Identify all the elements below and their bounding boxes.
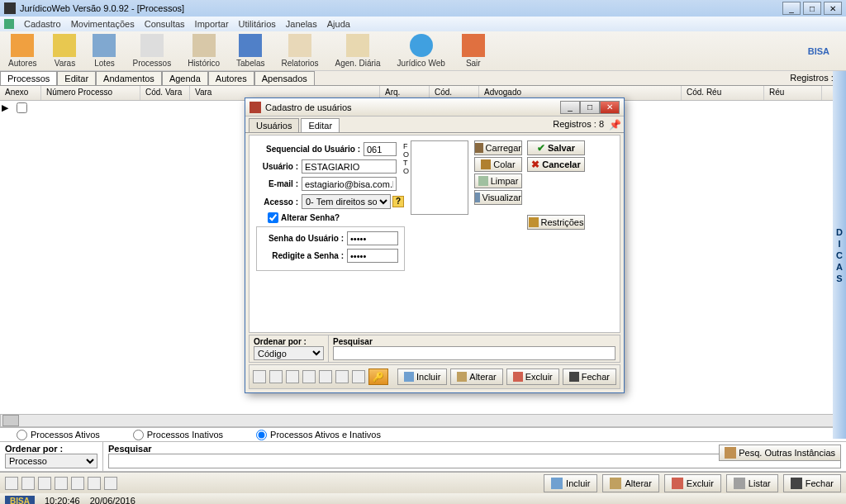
toolbar-varas[interactable]: Varas: [53, 34, 76, 68]
menubar-app-icon: [4, 19, 14, 29]
filter-ambos[interactable]: Processos Ativos e Inativos: [256, 430, 381, 440]
help-icon[interactable]: ?: [392, 196, 404, 207]
menu-cadastro[interactable]: Cadastro: [24, 19, 61, 29]
toolbar-sair[interactable]: Sair: [462, 34, 485, 68]
menu-importar[interactable]: Importar: [195, 19, 229, 29]
filter-ativos[interactable]: Processos Ativos: [17, 430, 100, 440]
cancelar-button[interactable]: ✖Cancelar: [527, 157, 585, 172]
dialog-nav-prev[interactable]: [269, 370, 283, 383]
dialog-ordenar-select[interactable]: Código: [254, 346, 324, 360]
dialog-nav-down[interactable]: [335, 370, 349, 383]
menu-ajuda[interactable]: Ajuda: [327, 19, 350, 29]
dialog-titlebar[interactable]: Cadastro de usuários _ □ ✕: [245, 98, 624, 116]
visualizar-button[interactable]: Visualizar: [474, 190, 522, 205]
col-reu[interactable]: Réu: [764, 86, 822, 100]
window-minimize-button[interactable]: _: [782, 2, 801, 15]
dialog-pin-icon[interactable]: 📌: [609, 119, 620, 131]
nav-next-button[interactable]: [38, 477, 51, 490]
nav-down-button[interactable]: [88, 477, 101, 490]
colar-button[interactable]: Colar: [474, 157, 522, 172]
window-maximize-button[interactable]: □: [803, 2, 821, 15]
dialog-minimize-button[interactable]: _: [560, 101, 580, 114]
seq-usuario-input[interactable]: [364, 142, 397, 156]
nav-up-button[interactable]: [71, 477, 84, 490]
dicas-sidebar[interactable]: DICAS: [833, 71, 846, 439]
toolbar-relatorios[interactable]: Relatorios: [282, 34, 319, 68]
dialog-fechar-button[interactable]: Fechar: [563, 368, 616, 385]
redigite-input[interactable]: [347, 249, 398, 263]
acesso-select[interactable]: 0- Tem direitos sobre c: [302, 194, 391, 209]
incluir-button[interactable]: Incluir: [544, 474, 597, 492]
toolbar-autores[interactable]: Autores: [8, 34, 36, 68]
nav-prev-button[interactable]: [21, 477, 35, 490]
row-checkbox[interactable]: [17, 102, 27, 113]
menu-consultas[interactable]: Consultas: [145, 19, 185, 29]
tab-apensados[interactable]: Apensados: [254, 71, 315, 85]
email-input[interactable]: [302, 177, 397, 191]
seq-usuario-label: Sequencial do Usuário :: [256, 145, 364, 154]
alterar-senha-checkbox[interactable]: [268, 212, 278, 223]
menu-janelas[interactable]: Janelas: [286, 19, 317, 29]
col-anexo[interactable]: Anexo: [0, 86, 41, 100]
dialog-nav-up[interactable]: [319, 370, 332, 383]
ordenar-select[interactable]: Processo: [5, 454, 97, 468]
col-numero-processo[interactable]: Número Processo: [41, 86, 140, 100]
pesq-outras-button[interactable]: Pesq. Outras Instâncias: [719, 445, 841, 461]
nav-refresh-button[interactable]: [104, 477, 117, 490]
fechar-icon: [791, 478, 802, 489]
tab-editar[interactable]: Editar: [57, 71, 96, 85]
salvar-button[interactable]: ✔Salvar: [527, 140, 585, 155]
dialog-alterar-button[interactable]: Alterar: [450, 368, 502, 385]
nav-last-button[interactable]: [55, 477, 68, 490]
limpar-button[interactable]: Limpar: [474, 174, 522, 188]
row-indicator-icon: ▶: [0, 102, 10, 113]
menu-movimentacoes[interactable]: Movimentações: [71, 19, 135, 29]
dialog-tab-usuarios[interactable]: Usuários: [249, 118, 299, 132]
nav-first-button[interactable]: [5, 477, 18, 490]
toolbar-processos[interactable]: Processos: [132, 34, 171, 68]
dialog-nav-refresh[interactable]: [352, 370, 365, 383]
dialog-key-button[interactable]: 🔑: [368, 368, 388, 385]
dialog-nav-first[interactable]: [253, 370, 266, 383]
excluir-button[interactable]: Excluir: [664, 474, 721, 492]
toolbar-lotes[interactable]: Lotes: [93, 34, 116, 68]
dialog-body: Sequencial do Usuário : Usuário : E-mail…: [249, 135, 620, 333]
dialog-excluir-button[interactable]: Excluir: [506, 368, 559, 385]
dialog-pesquisar-input[interactable]: [333, 346, 615, 360]
dialog-close-button[interactable]: ✕: [600, 101, 620, 114]
dialog-action-bar: 🔑 Incluir Alterar Excluir Fechar: [249, 364, 620, 389]
tab-andamentos[interactable]: Andamentos: [96, 71, 162, 85]
menu-utilitarios[interactable]: Utilitários: [239, 19, 276, 29]
restricoes-button[interactable]: Restrições: [527, 215, 585, 230]
filter-inativos[interactable]: Processos Inativos: [133, 430, 223, 440]
dialog-incluir-button[interactable]: Incluir: [397, 368, 447, 385]
dialog-search-panel: Ordenar por : Código Pesquisar: [249, 335, 620, 363]
usuario-input[interactable]: [302, 159, 397, 174]
tab-processos[interactable]: Processos: [0, 71, 57, 85]
tab-agenda[interactable]: Agenda: [162, 71, 208, 85]
window-titlebar: JurídicoWeb Versão 9.0.92 - [Processos] …: [0, 0, 846, 17]
toolbar-juridico-web[interactable]: Jurídico Web: [397, 34, 445, 68]
alterar-button[interactable]: Alterar: [602, 474, 658, 492]
app-icon: [4, 2, 16, 14]
toolbar-historico[interactable]: Histórico: [188, 34, 220, 68]
toolbar-tabelas[interactable]: Tabelas: [236, 34, 264, 68]
horizontal-scrollbar[interactable]: [0, 414, 846, 427]
col-cod-vara[interactable]: Cód. Vara: [140, 86, 190, 100]
scrollbar-thumb[interactable]: [2, 415, 19, 426]
fechar-button[interactable]: Fechar: [783, 474, 841, 492]
tabelas-icon: [239, 34, 262, 57]
dialog-nav-last[interactable]: [302, 370, 316, 383]
dialog-nav-next[interactable]: [286, 370, 299, 383]
senha-input[interactable]: [347, 231, 398, 245]
dialog-maximize-button[interactable]: □: [580, 101, 600, 114]
listar-button[interactable]: Listar: [726, 474, 778, 492]
senha-label: Senha do Usuário :: [259, 234, 347, 243]
carregar-button[interactable]: Carregar: [474, 140, 522, 155]
toolbar-agenda-diaria[interactable]: Agen. Diária: [335, 34, 381, 68]
dialog-tab-editar[interactable]: Editar: [301, 118, 340, 132]
window-close-button[interactable]: ✕: [824, 2, 842, 15]
tab-autores[interactable]: Autores: [208, 71, 254, 85]
col-cod-reu[interactable]: Cód. Réu: [682, 86, 764, 100]
incluir-icon: [404, 372, 414, 382]
